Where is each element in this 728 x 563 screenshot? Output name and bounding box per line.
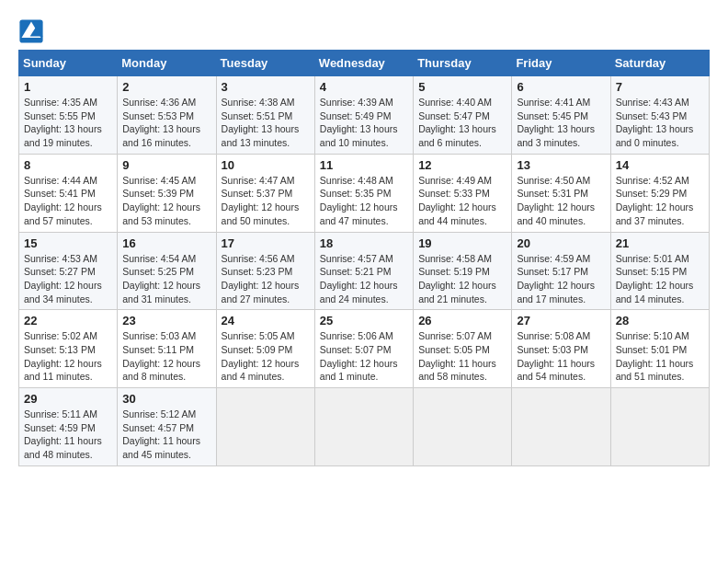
day-info: Sunrise: 5:07 AMSunset: 5:05 PMDaylight:… [418, 329, 506, 384]
day-number: 30 [122, 392, 210, 406]
day-cell [414, 388, 512, 466]
day-cell [216, 388, 314, 466]
day-cell: 1Sunrise: 4:35 AMSunset: 5:55 PMDaylight… [19, 76, 118, 155]
day-info: Sunrise: 4:48 AMSunset: 5:35 PMDaylight:… [320, 174, 408, 228]
day-number: 20 [517, 236, 605, 250]
day-cell: 28Sunrise: 5:10 AMSunset: 5:01 PMDayligh… [610, 310, 709, 388]
day-cell [512, 388, 610, 466]
day-number: 7 [616, 80, 704, 94]
day-number: 26 [418, 314, 506, 327]
day-info: Sunrise: 5:01 AMSunset: 5:15 PMDaylight:… [616, 252, 704, 306]
day-cell: 19Sunrise: 4:58 AMSunset: 5:19 PMDayligh… [414, 232, 512, 310]
day-cell: 27Sunrise: 5:08 AMSunset: 5:03 PMDayligh… [512, 310, 610, 388]
header-cell-sunday: Sunday [19, 51, 118, 76]
day-cell: 25Sunrise: 5:06 AMSunset: 5:07 PMDayligh… [314, 310, 413, 388]
day-number: 17 [222, 236, 310, 250]
day-number: 29 [24, 392, 112, 406]
day-number: 10 [222, 158, 310, 172]
day-info: Sunrise: 4:40 AMSunset: 5:47 PMDaylight:… [418, 96, 506, 150]
day-number: 11 [320, 158, 408, 172]
day-cell: 18Sunrise: 4:57 AMSunset: 5:21 PMDayligh… [314, 232, 413, 310]
header-cell-monday: Monday [118, 51, 216, 76]
page-header [18, 18, 710, 44]
day-number: 6 [517, 80, 605, 94]
day-number: 23 [122, 314, 210, 327]
day-info: Sunrise: 4:47 AMSunset: 5:37 PMDaylight:… [222, 174, 310, 228]
header-cell-saturday: Saturday [610, 51, 709, 76]
day-number: 16 [122, 236, 210, 250]
week-row-5: 29Sunrise: 5:11 AMSunset: 4:59 PMDayligh… [19, 388, 710, 466]
day-info: Sunrise: 5:06 AMSunset: 5:07 PMDaylight:… [320, 329, 408, 384]
day-number: 22 [24, 314, 112, 327]
day-cell: 17Sunrise: 4:56 AMSunset: 5:23 PMDayligh… [216, 232, 314, 310]
day-info: Sunrise: 4:54 AMSunset: 5:25 PMDaylight:… [122, 252, 210, 306]
day-info: Sunrise: 4:49 AMSunset: 5:33 PMDaylight:… [418, 174, 506, 228]
day-info: Sunrise: 4:38 AMSunset: 5:51 PMDaylight:… [222, 96, 310, 150]
week-row-2: 8Sunrise: 4:44 AMSunset: 5:41 PMDaylight… [19, 154, 710, 232]
week-row-1: 1Sunrise: 4:35 AMSunset: 5:55 PMDaylight… [19, 76, 710, 155]
day-info: Sunrise: 4:52 AMSunset: 5:29 PMDaylight:… [616, 174, 704, 228]
header-cell-friday: Friday [512, 51, 610, 76]
day-info: Sunrise: 5:08 AMSunset: 5:03 PMDaylight:… [517, 329, 605, 384]
calendar-table: SundayMondayTuesdayWednesdayThursdayFrid… [18, 50, 710, 466]
day-cell: 8Sunrise: 4:44 AMSunset: 5:41 PMDaylight… [19, 154, 118, 232]
day-number: 12 [418, 158, 506, 172]
day-number: 15 [24, 236, 112, 250]
day-cell: 5Sunrise: 4:40 AMSunset: 5:47 PMDaylight… [414, 76, 512, 155]
day-cell: 4Sunrise: 4:39 AMSunset: 5:49 PMDaylight… [314, 76, 413, 155]
header-row: SundayMondayTuesdayWednesdayThursdayFrid… [19, 51, 710, 76]
day-number: 28 [616, 314, 704, 327]
day-info: Sunrise: 4:41 AMSunset: 5:45 PMDaylight:… [517, 96, 605, 150]
day-info: Sunrise: 4:58 AMSunset: 5:19 PMDaylight:… [418, 252, 506, 306]
day-number: 13 [517, 158, 605, 172]
day-cell: 2Sunrise: 4:36 AMSunset: 5:53 PMDaylight… [118, 76, 216, 155]
day-cell: 30Sunrise: 5:12 AMSunset: 4:57 PMDayligh… [118, 388, 216, 466]
day-info: Sunrise: 4:43 AMSunset: 5:43 PMDaylight:… [616, 96, 704, 150]
day-info: Sunrise: 4:59 AMSunset: 5:17 PMDaylight:… [517, 252, 605, 306]
day-info: Sunrise: 4:35 AMSunset: 5:55 PMDaylight:… [24, 96, 112, 150]
header-cell-thursday: Thursday [414, 51, 512, 76]
day-cell: 21Sunrise: 5:01 AMSunset: 5:15 PMDayligh… [610, 232, 709, 310]
day-cell: 16Sunrise: 4:54 AMSunset: 5:25 PMDayligh… [118, 232, 216, 310]
day-cell: 14Sunrise: 4:52 AMSunset: 5:29 PMDayligh… [610, 154, 709, 232]
day-info: Sunrise: 4:56 AMSunset: 5:23 PMDaylight:… [222, 252, 310, 306]
day-info: Sunrise: 5:12 AMSunset: 4:57 PMDaylight:… [122, 408, 210, 462]
header-cell-wednesday: Wednesday [314, 51, 413, 76]
day-number: 27 [517, 314, 605, 327]
day-cell: 26Sunrise: 5:07 AMSunset: 5:05 PMDayligh… [414, 310, 512, 388]
day-cell: 29Sunrise: 5:11 AMSunset: 4:59 PMDayligh… [19, 388, 118, 466]
day-number: 18 [320, 236, 408, 250]
day-info: Sunrise: 5:02 AMSunset: 5:13 PMDaylight:… [24, 329, 112, 384]
day-number: 3 [222, 80, 310, 94]
day-cell: 13Sunrise: 4:50 AMSunset: 5:31 PMDayligh… [512, 154, 610, 232]
day-cell: 9Sunrise: 4:45 AMSunset: 5:39 PMDaylight… [118, 154, 216, 232]
day-cell [314, 388, 413, 466]
day-number: 1 [24, 80, 112, 94]
day-info: Sunrise: 4:44 AMSunset: 5:41 PMDaylight:… [24, 174, 112, 228]
day-info: Sunrise: 4:45 AMSunset: 5:39 PMDaylight:… [122, 174, 210, 228]
day-cell: 12Sunrise: 4:49 AMSunset: 5:33 PMDayligh… [414, 154, 512, 232]
day-info: Sunrise: 5:03 AMSunset: 5:11 PMDaylight:… [122, 329, 210, 384]
day-cell: 15Sunrise: 4:53 AMSunset: 5:27 PMDayligh… [19, 232, 118, 310]
day-number: 14 [616, 158, 704, 172]
week-row-3: 15Sunrise: 4:53 AMSunset: 5:27 PMDayligh… [19, 232, 710, 310]
day-info: Sunrise: 5:11 AMSunset: 4:59 PMDaylight:… [24, 408, 112, 462]
day-info: Sunrise: 4:53 AMSunset: 5:27 PMDaylight:… [24, 252, 112, 306]
day-cell: 22Sunrise: 5:02 AMSunset: 5:13 PMDayligh… [19, 310, 118, 388]
day-cell: 20Sunrise: 4:59 AMSunset: 5:17 PMDayligh… [512, 232, 610, 310]
day-cell: 6Sunrise: 4:41 AMSunset: 5:45 PMDaylight… [512, 76, 610, 155]
day-number: 25 [320, 314, 408, 327]
day-cell: 3Sunrise: 4:38 AMSunset: 5:51 PMDaylight… [216, 76, 314, 155]
day-info: Sunrise: 4:50 AMSunset: 5:31 PMDaylight:… [517, 174, 605, 228]
day-number: 8 [24, 158, 112, 172]
day-cell: 23Sunrise: 5:03 AMSunset: 5:11 PMDayligh… [118, 310, 216, 388]
day-number: 2 [122, 80, 210, 94]
header-cell-tuesday: Tuesday [216, 51, 314, 76]
day-cell: 10Sunrise: 4:47 AMSunset: 5:37 PMDayligh… [216, 154, 314, 232]
day-number: 21 [616, 236, 704, 250]
day-number: 19 [418, 236, 506, 250]
week-row-4: 22Sunrise: 5:02 AMSunset: 5:13 PMDayligh… [19, 310, 710, 388]
day-info: Sunrise: 5:10 AMSunset: 5:01 PMDaylight:… [616, 329, 704, 384]
day-cell: 24Sunrise: 5:05 AMSunset: 5:09 PMDayligh… [216, 310, 314, 388]
day-number: 4 [320, 80, 408, 94]
